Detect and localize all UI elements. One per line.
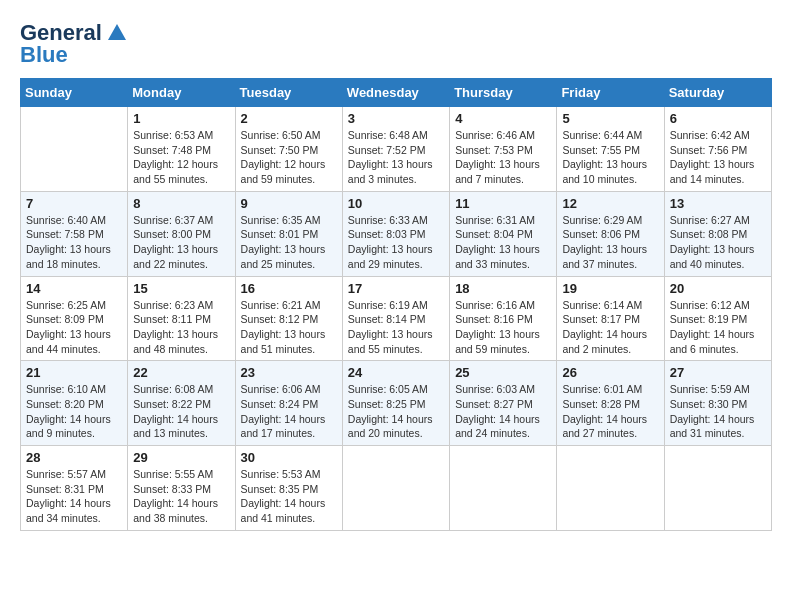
day-of-week-wednesday: Wednesday xyxy=(342,79,449,107)
cell-content: Sunrise: 6:31 AM Sunset: 8:04 PM Dayligh… xyxy=(455,213,551,272)
calendar-week-4: 21Sunrise: 6:10 AM Sunset: 8:20 PM Dayli… xyxy=(21,361,772,446)
cell-content: Sunrise: 6:50 AM Sunset: 7:50 PM Dayligh… xyxy=(241,128,337,187)
calendar-cell: 10Sunrise: 6:33 AM Sunset: 8:03 PM Dayli… xyxy=(342,191,449,276)
svg-marker-0 xyxy=(108,24,126,40)
cell-content: Sunrise: 6:01 AM Sunset: 8:28 PM Dayligh… xyxy=(562,382,658,441)
calendar-cell: 7Sunrise: 6:40 AM Sunset: 7:58 PM Daylig… xyxy=(21,191,128,276)
calendar-cell: 8Sunrise: 6:37 AM Sunset: 8:00 PM Daylig… xyxy=(128,191,235,276)
calendar-cell: 16Sunrise: 6:21 AM Sunset: 8:12 PM Dayli… xyxy=(235,276,342,361)
day-number: 20 xyxy=(670,281,766,296)
day-number: 25 xyxy=(455,365,551,380)
calendar-cell: 25Sunrise: 6:03 AM Sunset: 8:27 PM Dayli… xyxy=(450,361,557,446)
calendar-cell xyxy=(557,446,664,531)
calendar-cell: 22Sunrise: 6:08 AM Sunset: 8:22 PM Dayli… xyxy=(128,361,235,446)
calendar-week-2: 7Sunrise: 6:40 AM Sunset: 7:58 PM Daylig… xyxy=(21,191,772,276)
cell-content: Sunrise: 5:59 AM Sunset: 8:30 PM Dayligh… xyxy=(670,382,766,441)
calendar-week-3: 14Sunrise: 6:25 AM Sunset: 8:09 PM Dayli… xyxy=(21,276,772,361)
calendar-cell: 20Sunrise: 6:12 AM Sunset: 8:19 PM Dayli… xyxy=(664,276,771,361)
cell-content: Sunrise: 5:55 AM Sunset: 8:33 PM Dayligh… xyxy=(133,467,229,526)
day-number: 14 xyxy=(26,281,122,296)
day-of-week-thursday: Thursday xyxy=(450,79,557,107)
cell-content: Sunrise: 6:03 AM Sunset: 8:27 PM Dayligh… xyxy=(455,382,551,441)
cell-content: Sunrise: 6:10 AM Sunset: 8:20 PM Dayligh… xyxy=(26,382,122,441)
calendar-cell xyxy=(664,446,771,531)
day-number: 11 xyxy=(455,196,551,211)
day-number: 28 xyxy=(26,450,122,465)
day-number: 22 xyxy=(133,365,229,380)
day-of-week-sunday: Sunday xyxy=(21,79,128,107)
day-of-week-tuesday: Tuesday xyxy=(235,79,342,107)
cell-content: Sunrise: 6:25 AM Sunset: 8:09 PM Dayligh… xyxy=(26,298,122,357)
day-of-week-saturday: Saturday xyxy=(664,79,771,107)
day-number: 29 xyxy=(133,450,229,465)
calendar-cell: 27Sunrise: 5:59 AM Sunset: 8:30 PM Dayli… xyxy=(664,361,771,446)
day-number: 9 xyxy=(241,196,337,211)
day-number: 3 xyxy=(348,111,444,126)
day-number: 12 xyxy=(562,196,658,211)
calendar-cell: 11Sunrise: 6:31 AM Sunset: 8:04 PM Dayli… xyxy=(450,191,557,276)
day-number: 27 xyxy=(670,365,766,380)
cell-content: Sunrise: 6:05 AM Sunset: 8:25 PM Dayligh… xyxy=(348,382,444,441)
calendar-week-5: 28Sunrise: 5:57 AM Sunset: 8:31 PM Dayli… xyxy=(21,446,772,531)
calendar-cell: 28Sunrise: 5:57 AM Sunset: 8:31 PM Dayli… xyxy=(21,446,128,531)
day-number: 2 xyxy=(241,111,337,126)
calendar-cell: 14Sunrise: 6:25 AM Sunset: 8:09 PM Dayli… xyxy=(21,276,128,361)
cell-content: Sunrise: 5:57 AM Sunset: 8:31 PM Dayligh… xyxy=(26,467,122,526)
calendar-week-1: 1Sunrise: 6:53 AM Sunset: 7:48 PM Daylig… xyxy=(21,107,772,192)
cell-content: Sunrise: 6:06 AM Sunset: 8:24 PM Dayligh… xyxy=(241,382,337,441)
cell-content: Sunrise: 6:21 AM Sunset: 8:12 PM Dayligh… xyxy=(241,298,337,357)
cell-content: Sunrise: 6:46 AM Sunset: 7:53 PM Dayligh… xyxy=(455,128,551,187)
logo: General Blue xyxy=(20,20,128,68)
cell-content: Sunrise: 6:19 AM Sunset: 8:14 PM Dayligh… xyxy=(348,298,444,357)
cell-content: Sunrise: 6:35 AM Sunset: 8:01 PM Dayligh… xyxy=(241,213,337,272)
cell-content: Sunrise: 6:29 AM Sunset: 8:06 PM Dayligh… xyxy=(562,213,658,272)
cell-content: Sunrise: 6:42 AM Sunset: 7:56 PM Dayligh… xyxy=(670,128,766,187)
cell-content: Sunrise: 6:12 AM Sunset: 8:19 PM Dayligh… xyxy=(670,298,766,357)
day-number: 13 xyxy=(670,196,766,211)
calendar-cell: 2Sunrise: 6:50 AM Sunset: 7:50 PM Daylig… xyxy=(235,107,342,192)
calendar-cell: 6Sunrise: 6:42 AM Sunset: 7:56 PM Daylig… xyxy=(664,107,771,192)
day-number: 15 xyxy=(133,281,229,296)
calendar-cell: 19Sunrise: 6:14 AM Sunset: 8:17 PM Dayli… xyxy=(557,276,664,361)
calendar-cell: 15Sunrise: 6:23 AM Sunset: 8:11 PM Dayli… xyxy=(128,276,235,361)
page-header: General Blue xyxy=(20,20,772,68)
calendar-cell: 5Sunrise: 6:44 AM Sunset: 7:55 PM Daylig… xyxy=(557,107,664,192)
day-number: 30 xyxy=(241,450,337,465)
cell-content: Sunrise: 6:44 AM Sunset: 7:55 PM Dayligh… xyxy=(562,128,658,187)
logo-blue: Blue xyxy=(20,42,68,68)
day-number: 24 xyxy=(348,365,444,380)
calendar-header-row: SundayMondayTuesdayWednesdayThursdayFrid… xyxy=(21,79,772,107)
day-number: 5 xyxy=(562,111,658,126)
calendar-cell: 18Sunrise: 6:16 AM Sunset: 8:16 PM Dayli… xyxy=(450,276,557,361)
day-number: 10 xyxy=(348,196,444,211)
calendar-cell: 30Sunrise: 5:53 AM Sunset: 8:35 PM Dayli… xyxy=(235,446,342,531)
calendar-cell: 1Sunrise: 6:53 AM Sunset: 7:48 PM Daylig… xyxy=(128,107,235,192)
day-number: 17 xyxy=(348,281,444,296)
calendar-cell: 4Sunrise: 6:46 AM Sunset: 7:53 PM Daylig… xyxy=(450,107,557,192)
day-of-week-friday: Friday xyxy=(557,79,664,107)
day-number: 26 xyxy=(562,365,658,380)
calendar-table: SundayMondayTuesdayWednesdayThursdayFrid… xyxy=(20,78,772,531)
calendar-cell: 3Sunrise: 6:48 AM Sunset: 7:52 PM Daylig… xyxy=(342,107,449,192)
cell-content: Sunrise: 6:37 AM Sunset: 8:00 PM Dayligh… xyxy=(133,213,229,272)
cell-content: Sunrise: 6:14 AM Sunset: 8:17 PM Dayligh… xyxy=(562,298,658,357)
calendar-cell: 21Sunrise: 6:10 AM Sunset: 8:20 PM Dayli… xyxy=(21,361,128,446)
calendar-cell: 9Sunrise: 6:35 AM Sunset: 8:01 PM Daylig… xyxy=(235,191,342,276)
day-number: 21 xyxy=(26,365,122,380)
calendar-cell: 17Sunrise: 6:19 AM Sunset: 8:14 PM Dayli… xyxy=(342,276,449,361)
logo-icon xyxy=(106,22,128,44)
calendar-cell xyxy=(21,107,128,192)
calendar-cell: 23Sunrise: 6:06 AM Sunset: 8:24 PM Dayli… xyxy=(235,361,342,446)
cell-content: Sunrise: 6:40 AM Sunset: 7:58 PM Dayligh… xyxy=(26,213,122,272)
day-number: 23 xyxy=(241,365,337,380)
cell-content: Sunrise: 6:23 AM Sunset: 8:11 PM Dayligh… xyxy=(133,298,229,357)
cell-content: Sunrise: 6:53 AM Sunset: 7:48 PM Dayligh… xyxy=(133,128,229,187)
day-number: 16 xyxy=(241,281,337,296)
cell-content: Sunrise: 6:33 AM Sunset: 8:03 PM Dayligh… xyxy=(348,213,444,272)
day-of-week-monday: Monday xyxy=(128,79,235,107)
day-number: 19 xyxy=(562,281,658,296)
calendar-cell: 13Sunrise: 6:27 AM Sunset: 8:08 PM Dayli… xyxy=(664,191,771,276)
cell-content: Sunrise: 6:08 AM Sunset: 8:22 PM Dayligh… xyxy=(133,382,229,441)
calendar-cell: 26Sunrise: 6:01 AM Sunset: 8:28 PM Dayli… xyxy=(557,361,664,446)
cell-content: Sunrise: 6:16 AM Sunset: 8:16 PM Dayligh… xyxy=(455,298,551,357)
